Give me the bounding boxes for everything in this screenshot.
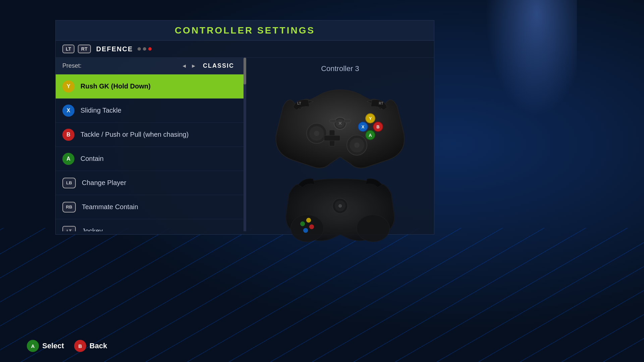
left-list: Preset: ◄ ► CLASSIC Y Rush GK (Hold Down… [56,58,244,231]
action-item[interactable]: B Tackle / Push or Pull (when chasing) [56,123,244,147]
svg-point-32 [309,225,314,229]
lt-button[interactable]: LT [62,45,74,53]
controller-title: Controller 3 [321,64,359,73]
svg-point-31 [306,218,311,223]
right-panel: Controller 3 [246,58,434,231]
action-item[interactable]: Y Rush GK (Hold Down) [56,74,244,99]
action-label: Change Player [82,179,126,187]
a-button-icon: A [62,153,74,165]
svg-text:⊗: ⊗ [338,203,342,208]
dot-3 [148,47,152,51]
back-label: Back [90,342,107,350]
svg-text:LT: LT [297,102,301,105]
svg-point-26 [357,215,389,242]
preset-right-arrow[interactable]: ► [191,63,196,69]
svg-text:B: B [376,124,379,129]
action-list: Y Rush GK (Hold Down) X Sliding Tackle B… [56,74,244,231]
light-beam-decoration [476,0,577,134]
lb-button-icon: LB [62,178,76,188]
select-button-group: A Select [27,340,64,352]
rt-button[interactable]: RT [78,45,91,53]
svg-text:A: A [369,133,372,138]
select-label: Select [42,342,64,350]
svg-text:X: X [362,124,365,129]
y-button-icon: Y [62,80,74,93]
controller-image: LB RB ✕ [270,80,411,231]
action-label: Sliding Tackle [80,107,121,114]
svg-point-4 [314,131,319,136]
content-area: Preset: ◄ ► CLASSIC Y Rush GK (Hold Down… [56,58,434,231]
svg-rect-13 [329,119,336,123]
svg-point-7 [354,142,360,148]
action-label: Jockey [82,227,103,231]
action-label: Contain [80,155,104,163]
action-item[interactable]: LB Change Player [56,171,244,195]
svg-text:RT: RT [379,102,383,105]
controller-bottom-svg: ⊗ [283,175,397,242]
svg-point-33 [303,228,308,233]
preset-left-arrow[interactable]: ◄ [181,63,187,69]
x-button-icon: X [62,105,74,117]
a-select-icon: A [27,340,39,352]
dot-2 [143,47,146,51]
action-label: Rush GK (Hold Down) [80,82,151,90]
scroll-thumb[interactable] [244,58,246,84]
action-label: Tackle / Push or Pull (when chasing) [80,131,189,138]
controller-top-svg: LB RB ✕ [270,80,411,174]
bottom-bar: A Select B Back [0,340,644,352]
action-item[interactable]: A Contain [56,147,244,171]
svg-text:Y: Y [369,116,372,121]
dot-1 [138,47,141,51]
page-title: CONTROLLER SETTINGS [175,25,315,36]
section-label: DEFENCE [96,45,133,53]
preset-row: Preset: ◄ ► CLASSIC [56,58,244,74]
rb-button-icon: RB [62,202,76,213]
action-item[interactable]: X Sliding Tackle [56,99,244,123]
section-dots [138,47,152,51]
b-button-icon: B [62,129,74,141]
svg-point-30 [300,222,305,226]
b-back-icon: B [74,340,86,352]
scrollbar[interactable] [244,58,246,231]
svg-rect-14 [344,119,351,123]
preset-value: CLASSIC [200,62,237,69]
lt-trigger-icon: LT [62,226,76,232]
action-item[interactable]: RB Teammate Contain [56,195,244,219]
action-label: Teammate Contain [82,203,138,211]
preset-label: Preset: [62,62,177,69]
title-bar: CONTROLLER SETTINGS [56,20,434,41]
svg-rect-9 [324,135,340,141]
action-item[interactable]: LT Jockey [56,219,244,231]
back-button-group: B Back [74,340,107,352]
sub-header: LT RT DEFENCE [56,41,434,58]
svg-text:✕: ✕ [338,121,342,126]
main-panel: CONTROLLER SETTINGS LT RT DEFENCE Preset… [55,20,434,235]
